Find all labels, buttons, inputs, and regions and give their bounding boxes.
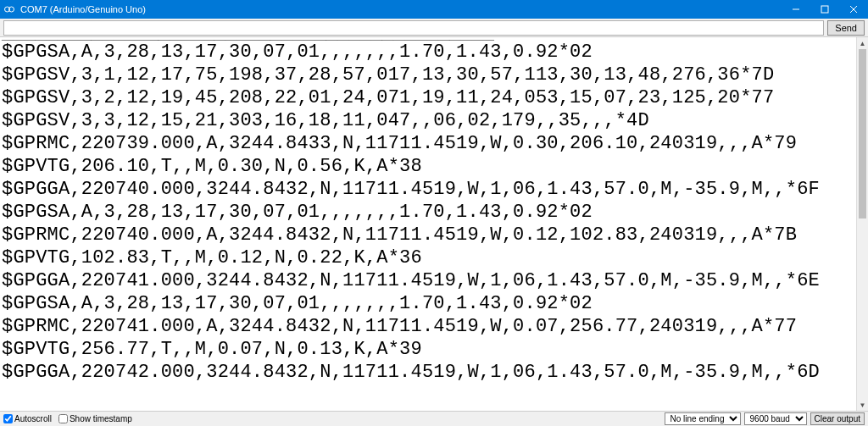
input-toolbar: Send xyxy=(0,19,868,37)
window-title: COM7 (Arduino/Genuino Uno) xyxy=(20,4,782,14)
vertical-scrollbar[interactable]: ▲ ▼ xyxy=(856,37,868,411)
timestamp-control[interactable]: Show timestamp xyxy=(58,414,132,423)
output-area: ────────────────────────────────────────… xyxy=(0,37,868,411)
window-controls xyxy=(782,0,868,19)
autoscroll-checkbox[interactable] xyxy=(3,414,13,423)
send-button[interactable]: Send xyxy=(827,20,865,36)
autoscroll-control[interactable]: Autoscroll xyxy=(3,414,52,423)
timestamp-label: Show timestamp xyxy=(70,414,132,423)
baud-select[interactable]: 9600 baud xyxy=(744,412,807,425)
arduino-icon xyxy=(3,3,15,15)
titlebar: COM7 (Arduino/Genuino Uno) xyxy=(0,0,868,19)
status-bar: Autoscroll Show timestamp No line ending… xyxy=(0,411,868,426)
minimize-button[interactable] xyxy=(782,0,810,19)
serial-input[interactable] xyxy=(3,20,824,36)
scroll-down-arrow-icon[interactable]: ▼ xyxy=(857,399,868,411)
close-button[interactable] xyxy=(839,0,868,19)
svg-rect-3 xyxy=(821,6,828,13)
scroll-up-arrow-icon[interactable]: ▲ xyxy=(857,37,868,49)
scroll-thumb[interactable] xyxy=(859,49,866,219)
clear-output-button[interactable]: Clear output xyxy=(810,412,865,425)
timestamp-checkbox[interactable] xyxy=(58,414,68,423)
autoscroll-label: Autoscroll xyxy=(14,414,52,423)
line-ending-select[interactable]: No line ending xyxy=(665,412,741,425)
maximize-button[interactable] xyxy=(810,0,839,19)
serial-output: $GPGSA,A,3,28,13,17,30,07,01,,,,,,,1.70,… xyxy=(0,41,868,384)
